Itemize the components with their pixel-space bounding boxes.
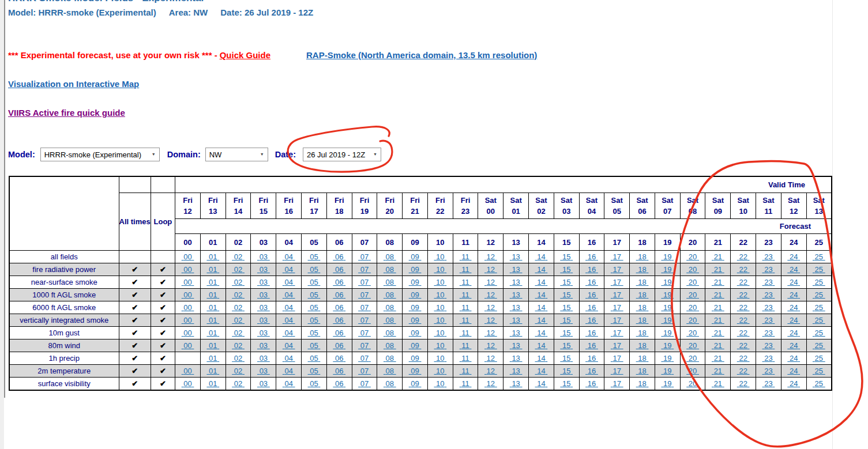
loop-checkmark-icon[interactable]: ✔	[151, 314, 175, 327]
hour-link[interactable]: 14	[535, 367, 548, 375]
hour-link[interactable]: 20	[686, 316, 699, 325]
hour-link[interactable]: 05	[308, 354, 321, 363]
hour-link[interactable]: 15	[560, 265, 573, 274]
hour-link[interactable]: 04	[283, 290, 295, 299]
hour-link[interactable]: 24	[787, 379, 800, 388]
all-times-checkmark-icon[interactable]: ✔	[119, 289, 151, 301]
hour-link[interactable]: 14	[535, 290, 548, 299]
hour-link[interactable]: 17	[611, 303, 623, 312]
hour-link[interactable]: 20	[686, 265, 699, 274]
hour-link[interactable]: 06	[333, 290, 345, 299]
hour-link[interactable]: 22	[737, 290, 750, 299]
hour-link[interactable]: 22	[737, 367, 750, 375]
hour-link[interactable]: 22	[737, 252, 750, 261]
hour-link[interactable]: 17	[611, 316, 623, 325]
hour-link[interactable]: 16	[585, 341, 598, 350]
hour-link[interactable]: 08	[384, 341, 396, 350]
hour-link[interactable]: 02	[232, 367, 245, 375]
hour-link[interactable]: 13	[510, 303, 523, 312]
hour-link[interactable]: 11	[460, 367, 472, 375]
hour-link[interactable]: 12	[484, 316, 497, 325]
hour-link[interactable]: 08	[384, 379, 396, 388]
hour-link[interactable]: 22	[737, 316, 750, 325]
hour-link[interactable]: 05	[308, 278, 321, 286]
hour-link[interactable]: 20	[686, 329, 699, 337]
hour-link[interactable]: 01	[206, 379, 219, 388]
hour-link[interactable]: 05	[308, 252, 321, 261]
hour-link[interactable]: 17	[611, 290, 623, 299]
hour-link[interactable]: 15	[560, 252, 573, 261]
hour-link[interactable]: 01	[206, 303, 219, 312]
hour-link[interactable]: 25	[813, 290, 825, 299]
hour-link[interactable]: 01	[206, 252, 219, 261]
hour-link[interactable]: 00	[182, 379, 194, 388]
hour-link[interactable]: 13	[510, 329, 523, 337]
all-times-checkmark-icon[interactable]: ✔	[119, 352, 151, 365]
all-times-checkmark-icon[interactable]: ✔	[119, 327, 151, 339]
hour-link[interactable]: 18	[636, 329, 649, 337]
hour-link[interactable]: 13	[510, 278, 523, 286]
hour-link[interactable]: 06	[333, 265, 345, 274]
loop-checkmark-icon[interactable]: ✔	[151, 327, 175, 339]
loop-checkmark-icon[interactable]: ✔	[151, 301, 175, 314]
hour-link[interactable]: 02	[232, 278, 245, 286]
hour-link[interactable]: 25	[813, 367, 825, 375]
hour-link[interactable]: 01	[206, 290, 219, 299]
hour-link[interactable]: 00	[182, 252, 194, 261]
hour-link[interactable]: 22	[737, 278, 750, 286]
hour-link[interactable]: 21	[712, 303, 724, 312]
hour-link[interactable]: 04	[283, 367, 295, 375]
hour-link[interactable]: 25	[813, 379, 825, 388]
hour-link[interactable]: 10	[434, 367, 446, 375]
loop-checkmark-icon[interactable]: ✔	[151, 263, 175, 276]
hour-link[interactable]: 24	[787, 265, 800, 274]
hour-link[interactable]: 07	[358, 252, 371, 261]
hour-link[interactable]: 18	[636, 265, 649, 274]
hour-link[interactable]: 09	[409, 316, 422, 325]
hour-link[interactable]: 07	[358, 341, 371, 350]
hour-link[interactable]: 23	[762, 379, 775, 388]
hour-link[interactable]: 00	[182, 278, 194, 286]
hour-link[interactable]: 23	[762, 278, 775, 286]
hour-link[interactable]: 25	[813, 252, 825, 261]
hour-link[interactable]: 18	[636, 290, 649, 299]
loop-checkmark-icon[interactable]: ✔	[151, 339, 175, 352]
hour-link[interactable]: 11	[460, 379, 472, 388]
hour-link[interactable]: 21	[712, 290, 724, 299]
hour-link[interactable]: 25	[813, 265, 825, 274]
hour-link[interactable]: 22	[737, 341, 750, 350]
hour-link[interactable]: 12	[484, 367, 497, 375]
hour-link[interactable]: 05	[308, 329, 321, 337]
viirs-guide-link[interactable]: VIIRS Active fire quick guide	[8, 108, 125, 118]
hour-link[interactable]: 15	[560, 290, 573, 299]
date-select[interactable]: 26 Jul 2019 - 12Z	[303, 148, 381, 161]
hour-link[interactable]: 12	[484, 329, 497, 337]
hour-link[interactable]: 19	[661, 316, 674, 325]
hour-link[interactable]: 09	[409, 290, 422, 299]
hour-link[interactable]: 09	[409, 329, 422, 337]
hour-link[interactable]: 20	[686, 354, 699, 363]
hour-link[interactable]: 13	[510, 290, 523, 299]
hour-link[interactable]: 24	[787, 329, 800, 337]
hour-link[interactable]: 24	[787, 303, 800, 312]
hour-link[interactable]: 17	[611, 265, 623, 274]
quick-guide-link[interactable]: Quick Guide	[220, 50, 270, 60]
hour-link[interactable]: 00	[182, 341, 194, 350]
hour-link[interactable]: 09	[409, 354, 422, 363]
hour-link[interactable]: 17	[611, 354, 623, 363]
hour-link[interactable]: 17	[611, 367, 623, 375]
hour-link[interactable]: 25	[813, 303, 825, 312]
hour-link[interactable]: 23	[762, 252, 775, 261]
hour-link[interactable]: 00	[182, 367, 194, 375]
hour-link[interactable]: 07	[358, 354, 371, 363]
model-select[interactable]: HRRR-smoke (Experimental)	[40, 148, 160, 161]
hour-link[interactable]: 18	[636, 341, 649, 350]
hour-link[interactable]: 14	[535, 278, 548, 286]
hour-link[interactable]: 03	[257, 379, 270, 388]
hour-link[interactable]: 12	[484, 265, 497, 274]
hour-link[interactable]: 07	[358, 367, 371, 375]
hour-link[interactable]: 01	[206, 367, 219, 375]
hour-link[interactable]: 05	[308, 265, 321, 274]
hour-link[interactable]: 09	[409, 341, 422, 350]
hour-link[interactable]: 08	[384, 290, 396, 299]
